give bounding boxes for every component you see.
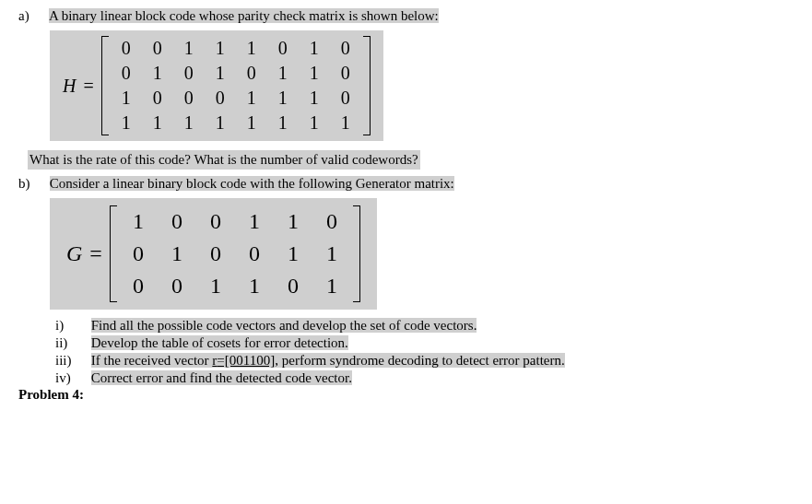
matrix-g-eq: =: [89, 241, 102, 266]
matrix-h-name: H: [63, 76, 76, 97]
part-b-intro: Consider a linear binary block code with…: [50, 176, 454, 191]
matrix-g-block: G = 100110 010011 001101: [50, 198, 377, 310]
bracket-right: [363, 36, 371, 135]
bracket-left: [101, 36, 109, 135]
matrix-g-container: G = 100110 010011 001101: [50, 193, 794, 317]
matrix-row: 001101: [119, 270, 351, 302]
part-a-question: What is the rate of this code? What is t…: [28, 150, 420, 170]
matrix-g: 100110 010011 001101: [110, 205, 360, 302]
matrix-row: 11111111: [111, 111, 361, 135]
part-a-line: a) A binary linear block code whose pari…: [18, 7, 794, 25]
cutoff-line: Problem 4:: [18, 387, 794, 400]
matrix-row: 010011: [119, 238, 351, 270]
matrix-row: 00111010: [111, 36, 361, 61]
bracket-right: [353, 205, 360, 302]
matrix-row: 01010110: [111, 61, 361, 86]
matrix-row: 100110: [119, 205, 351, 238]
subquestions: i) Find all the possible code vectors an…: [55, 317, 794, 387]
sub-i: i) Find all the possible code vectors an…: [55, 317, 794, 334]
sub-iii: iii) If the received vector r=[001100], …: [55, 352, 794, 369]
part-a-intro: A binary linear block code whose parity …: [49, 8, 439, 23]
part-a-label: a): [18, 8, 46, 24]
matrix-h-container: H = 00111010 01010110 10001110 11111111: [50, 25, 794, 148]
matrix-g-name: G: [66, 241, 82, 266]
sub-ii: ii) Develop the table of cosets for erro…: [55, 334, 794, 352]
part-b-label: b): [18, 176, 46, 192]
bracket-left: [110, 205, 117, 302]
matrix-h-block: H = 00111010 01010110 10001110 11111111: [50, 30, 383, 141]
problem-cutoff: Problem 4:: [18, 387, 84, 400]
sub-iv: iv) Correct error and find the detected …: [55, 369, 794, 387]
matrix-h: 00111010 01010110 10001110 11111111: [101, 36, 371, 135]
matrix-row: 10001110: [111, 86, 361, 111]
part-b-line: b) Consider a linear binary block code w…: [18, 175, 794, 193]
matrix-h-eq: =: [83, 76, 93, 97]
